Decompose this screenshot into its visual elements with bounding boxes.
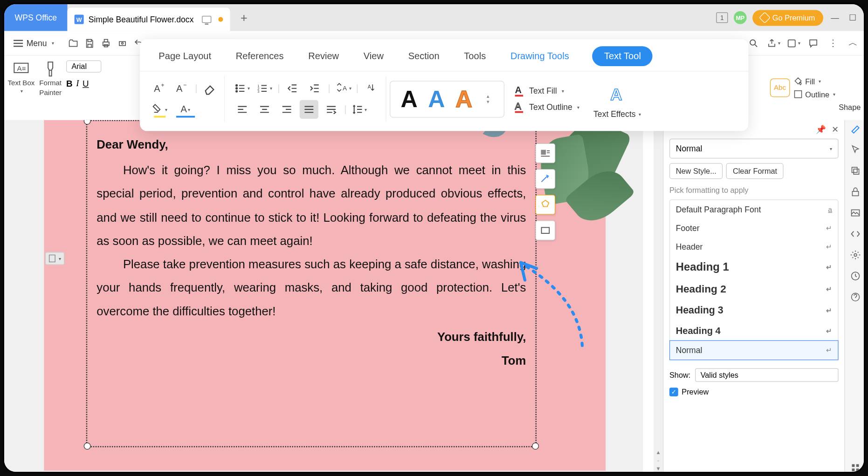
collapse-ribbon-button[interactable]: ︿ (846, 35, 861, 51)
tab-page-layout[interactable]: Page Layout (158, 48, 213, 64)
style-normal[interactable]: Normal↵ (669, 340, 839, 360)
text-content[interactable]: Dear Wendy, How's it going? I miss you s… (87, 121, 535, 384)
sidebar-code-icon[interactable] (849, 227, 862, 240)
tab-view[interactable]: View (362, 48, 385, 64)
sidebar-duplicate-icon[interactable] (849, 164, 862, 177)
sidebar-apps-icon[interactable] (849, 461, 862, 473)
preset-blue[interactable]: A (428, 86, 445, 112)
tab-review[interactable]: Review (307, 48, 340, 64)
tab-tools[interactable]: Tools (463, 48, 487, 64)
align-center-button[interactable] (255, 100, 274, 119)
numbered-list-button[interactable]: 123▾ (255, 79, 274, 98)
bullet-list-button[interactable]: ▾ (233, 79, 252, 98)
text-box-button[interactable]: A≡ Text Box▾ (8, 60, 35, 94)
font-color-button[interactable]: A▾ (172, 100, 198, 119)
font-selector[interactable]: Arial (66, 60, 101, 72)
shape-fill-button[interactable]: Fill▾ (793, 77, 835, 86)
resize-handle-br[interactable] (532, 442, 539, 449)
format-painter-button[interactable]: Format Painter (39, 60, 62, 96)
text-effects-button[interactable]: A Text Effects▾ (589, 84, 646, 114)
eraser-button[interactable] (201, 79, 220, 98)
sidebar-format-icon[interactable] (849, 122, 862, 136)
current-style-selector[interactable]: Normal ▾ (669, 139, 839, 159)
style-default-paragraph-font[interactable]: Default Paragraph Fonta (670, 200, 838, 218)
sidebar-cursor-icon[interactable] (849, 143, 862, 156)
wrap-inline-button[interactable] (536, 143, 556, 163)
print-preview-button[interactable] (115, 35, 130, 51)
maximize-button[interactable]: ☐ (847, 12, 858, 23)
text-direction-button[interactable]: A (362, 79, 381, 98)
sidebar-help-icon[interactable] (849, 291, 862, 304)
scroll-down-button[interactable]: ▼ (655, 466, 661, 472)
line-spacing-button[interactable]: ▾ (350, 100, 369, 119)
style-footer[interactable]: Footer↵ (670, 219, 838, 238)
more-button[interactable]: ▾ (786, 35, 801, 51)
style-heading-4[interactable]: Heading 4↵ (670, 321, 838, 341)
shrink-font-button[interactable]: A− (172, 79, 191, 98)
vertical-scrollbar[interactable]: ▲ ◦ ▼ (654, 120, 663, 473)
text-frame[interactable]: Dear Wendy, How's it going? I miss you s… (86, 120, 537, 447)
sidebar-settings-icon[interactable] (849, 249, 862, 262)
style-heading-3[interactable]: Heading 3↵ (670, 300, 838, 321)
presentation-mode-icon[interactable] (202, 16, 211, 23)
preview-checkbox[interactable]: ✓ (669, 388, 678, 396)
app-tab[interactable]: WPS Office (4, 4, 68, 31)
italic-button[interactable]: I (76, 78, 79, 88)
clear-format-button[interactable]: Clear Format (726, 163, 784, 179)
overflow-button[interactable]: ⋮ (826, 35, 841, 51)
sidebar-image-icon[interactable] (849, 206, 862, 219)
resize-handle-bl[interactable] (84, 442, 91, 449)
share-button[interactable]: ▾ (766, 35, 781, 51)
scroll-marker-button[interactable]: ◦ (657, 458, 659, 464)
shape-outline-button[interactable]: Outline▾ (793, 89, 835, 99)
decrease-indent-button[interactable] (283, 79, 302, 98)
sidebar-history-icon[interactable] (849, 270, 862, 283)
document-canvas[interactable]: Dear Wendy, How's it going? I miss you s… (4, 120, 643, 473)
preset-more-button[interactable]: ▴▾ (483, 93, 494, 105)
style-heading-1[interactable]: Heading 1↵ (670, 256, 838, 279)
text-fill-button[interactable]: A Text Fill▾ (514, 84, 579, 98)
tab-section[interactable]: Section (407, 48, 441, 64)
wrap-through-button[interactable] (536, 195, 556, 215)
highlight-color-button[interactable]: ▾ (151, 100, 169, 119)
tab-references[interactable]: References (234, 48, 285, 64)
print-button[interactable] (98, 35, 114, 51)
save-button[interactable] (82, 35, 97, 51)
preset-orange[interactable]: A (455, 86, 472, 112)
style-heading-2[interactable]: Heading 2↵ (670, 279, 838, 300)
main-menu-button[interactable]: Menu ▾ (9, 36, 59, 50)
increase-indent-button[interactable] (306, 79, 324, 98)
wrap-square-button[interactable] (536, 169, 556, 189)
shape-style-preview[interactable]: Abc (770, 78, 790, 97)
sidebar-lock-icon[interactable] (849, 185, 862, 198)
style-header[interactable]: Header↵ (670, 238, 838, 256)
document-tab[interactable]: W Simple Beautiful Flower.docx (68, 8, 230, 31)
scroll-up-button[interactable]: ▲ (655, 449, 661, 456)
underline-button[interactable]: U (83, 78, 89, 88)
tab-text-tool[interactable]: Text Tool (592, 46, 653, 66)
align-distribute-button[interactable] (322, 100, 341, 119)
tab-drawing-tools[interactable]: Drawing Tools (509, 48, 570, 64)
align-left-button[interactable] (233, 100, 252, 119)
new-style-button[interactable]: New Style... (669, 163, 723, 179)
align-right-button[interactable] (277, 100, 296, 119)
page-panel-toggle[interactable]: ▾ (45, 252, 64, 265)
new-tab-button[interactable]: + (234, 8, 253, 27)
grow-font-button[interactable]: A+ (151, 79, 169, 98)
window-count-badge[interactable]: 1 (716, 13, 728, 23)
comment-button[interactable] (806, 35, 821, 51)
text-outline-button[interactable]: A Text Outline▾ (514, 100, 579, 114)
close-panel-button[interactable]: ✕ (832, 125, 839, 134)
character-scale-button[interactable]: A▾ (334, 79, 352, 98)
show-styles-selector[interactable]: Valid styles (695, 368, 838, 382)
pin-panel-button[interactable]: 📌 (816, 125, 826, 134)
bold-button[interactable]: B (66, 78, 73, 88)
go-premium-button[interactable]: Go Premium (752, 10, 823, 26)
align-justify-button[interactable] (300, 100, 318, 119)
minimize-button[interactable]: — (829, 12, 841, 23)
open-button[interactable] (66, 35, 81, 51)
preset-solid[interactable]: A (400, 86, 417, 112)
svg-point-17 (236, 88, 237, 89)
user-avatar[interactable]: MP (734, 11, 747, 24)
wrap-behind-button[interactable] (536, 220, 556, 240)
